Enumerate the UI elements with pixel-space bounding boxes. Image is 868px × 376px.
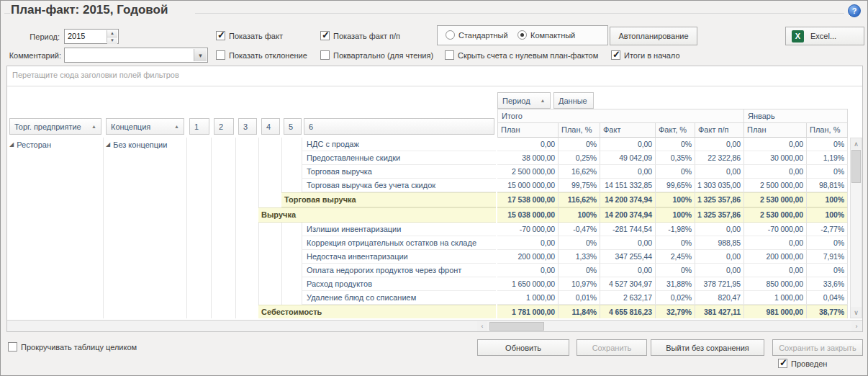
data-cell[interactable]: 0% <box>807 236 848 250</box>
header-level3-button[interactable]: 3 <box>238 118 257 135</box>
data-cell[interactable]: 200 000,00 <box>497 250 559 264</box>
data-cell[interactable]: 0,00 <box>497 236 559 250</box>
data-cell[interactable]: 1 000,00 <box>744 291 807 305</box>
data-cell[interactable]: 98,81% <box>807 179 848 192</box>
spin-down-icon[interactable]: ▼ <box>107 37 117 44</box>
data-cell[interactable]: 2,45% <box>656 250 695 264</box>
spin-up-icon[interactable]: ▲ <box>107 30 117 37</box>
period-spinner[interactable]: 2015 ▲ ▼ <box>64 29 119 44</box>
data-cell[interactable]: 1 650 000,00 <box>497 277 559 291</box>
data-cell[interactable]: 100% <box>656 192 695 207</box>
scroll-left-icon[interactable]: ‹ <box>477 321 487 331</box>
data-cell[interactable]: 100% <box>656 207 695 223</box>
data-cell[interactable]: 15 000 000,00 <box>497 179 559 192</box>
data-cell[interactable]: 0,00 <box>600 138 656 151</box>
data-cell[interactable]: 981 000,00 <box>744 305 807 318</box>
row-label[interactable]: Торговая выручка без учета скидок <box>302 179 496 192</box>
header-level2-button[interactable]: 2 <box>214 118 234 135</box>
standard-radio[interactable]: Стандартный <box>446 30 508 40</box>
data-cell[interactable]: 2 632,17 <box>600 291 656 305</box>
data-cell[interactable]: 38,77% <box>807 305 848 318</box>
data-cell[interactable]: 0,01% <box>559 291 600 305</box>
horizontal-scroll-thumb[interactable] <box>489 322 544 331</box>
header-level4-button[interactable]: 4 <box>261 118 280 135</box>
data-cell[interactable]: 0% <box>656 138 695 151</box>
data-cell[interactable]: 0% <box>656 236 695 250</box>
data-cell[interactable]: 0% <box>559 236 600 250</box>
horizontal-scrollbar[interactable]: ‹ › <box>7 320 862 331</box>
data-cell[interactable]: 1 781 000,00 <box>497 305 559 318</box>
data-cell[interactable]: 0,35% <box>656 151 695 165</box>
quarterly-checkbox[interactable]: Поквартально (для чтения) <box>320 50 433 60</box>
data-cell[interactable]: 0,00 <box>695 138 744 151</box>
data-cell[interactable]: 10,97% <box>559 277 600 291</box>
data-cell[interactable]: 0,00 <box>744 138 807 151</box>
col-header-jan-plan[interactable]: План <box>744 123 807 138</box>
header-level1-button[interactable]: 1 <box>189 118 209 135</box>
row-label[interactable]: Торговая выручка <box>302 165 496 179</box>
data-cell[interactable]: 988,85 <box>695 236 744 250</box>
data-cell[interactable]: 116,62% <box>559 192 600 207</box>
data-cell[interactable]: 0% <box>807 165 848 179</box>
data-cell[interactable]: 0,25% <box>559 151 600 165</box>
total-row-label[interactable]: Себестоимость <box>258 305 496 318</box>
row-label[interactable]: Предоставленные скидки <box>302 151 496 165</box>
totals-to-start-checkbox[interactable]: Итоги в начало <box>611 50 680 60</box>
data-cell[interactable]: 0,00 <box>600 264 656 277</box>
data-cell[interactable]: 0,02% <box>656 291 695 305</box>
data-cell[interactable]: 850 000,00 <box>744 277 807 291</box>
data-cell[interactable]: 15 038 000,00 <box>497 207 559 223</box>
autoplan-button[interactable]: Автопланирование <box>610 27 697 45</box>
data-cell[interactable]: 2 500 000,00 <box>744 179 807 192</box>
data-cell[interactable]: 4 655 816,23 <box>600 305 656 318</box>
data-cell[interactable]: 17 538 000,00 <box>497 192 559 207</box>
show-fact-checkbox[interactable]: Показать факт <box>216 31 283 40</box>
vertical-scrollbar[interactable]: ∧ ∨ <box>850 138 862 318</box>
data-cell[interactable]: 100% <box>807 207 848 223</box>
data-cell[interactable]: 0,00 <box>744 264 807 277</box>
scroll-right-icon[interactable]: › <box>851 321 862 331</box>
comment-combobox[interactable]: ▾ <box>64 48 208 63</box>
data-cell[interactable]: -70 000,00 <box>744 223 807 236</box>
data-cell[interactable]: 0,00 <box>600 236 656 250</box>
show-deviation-checkbox[interactable]: Показать отклонение <box>216 50 307 60</box>
data-cell[interactable]: 16,62% <box>559 165 600 179</box>
data-cell[interactable]: 0,04% <box>807 291 848 305</box>
data-cell[interactable]: 0,00 <box>695 264 744 277</box>
chevron-down-icon[interactable]: ▾ <box>194 49 207 61</box>
data-cell[interactable]: 99,75% <box>559 179 600 192</box>
exit-without-saving-button[interactable]: Выйти без сохранения <box>651 339 764 356</box>
col-header-fact[interactable]: Факт <box>600 123 656 138</box>
row-label[interactable]: НДС с продаж <box>302 138 496 151</box>
data-cell[interactable]: 32,79% <box>656 305 695 318</box>
row-label[interactable]: Удаление блюд со списанием <box>302 291 496 305</box>
data-cell[interactable]: 0% <box>559 264 600 277</box>
data-cell[interactable]: 0% <box>656 165 695 179</box>
row-label[interactable]: Расход продуктов <box>302 277 496 291</box>
row-label[interactable]: Оплата недорогих продуктов через фронт <box>302 264 496 277</box>
refresh-button[interactable]: Обновить <box>477 339 569 356</box>
save-button[interactable]: Сохранить <box>577 339 647 356</box>
data-cell[interactable]: 7,91% <box>807 250 848 264</box>
data-cell[interactable]: 381 427,11 <box>695 305 744 318</box>
data-cell[interactable]: 30 000,00 <box>744 151 807 165</box>
data-cell[interactable]: 0,00 <box>744 236 807 250</box>
data-cell[interactable]: 200 000,00 <box>744 250 807 264</box>
data-cell[interactable]: -1,98% <box>656 223 695 236</box>
data-cell[interactable]: 820,47 <box>695 291 744 305</box>
data-cell[interactable]: -70 000,00 <box>497 223 559 236</box>
data-cell[interactable]: 100% <box>807 192 848 207</box>
data-cell[interactable]: 1,19% <box>807 151 848 165</box>
data-cell[interactable]: 99,65% <box>656 179 695 192</box>
data-cell[interactable]: 1 000,00 <box>497 291 559 305</box>
data-cell[interactable]: 49 042,09 <box>600 151 656 165</box>
data-cell[interactable]: 100% <box>559 207 600 223</box>
data-cell[interactable]: 1,33% <box>559 250 600 264</box>
total-row-label[interactable]: Выручка <box>258 207 496 223</box>
data-cell[interactable]: 0% <box>807 264 848 277</box>
col-header-jan-plan-pct[interactable]: План, % <box>807 123 848 138</box>
data-cell[interactable]: 0,00 <box>497 264 559 277</box>
data-cell[interactable]: 0% <box>559 138 600 151</box>
scroll-whole-table-checkbox[interactable]: Прокручивать таблицу целиком <box>8 342 137 352</box>
data-cell[interactable]: 2 500 000,00 <box>497 165 559 179</box>
